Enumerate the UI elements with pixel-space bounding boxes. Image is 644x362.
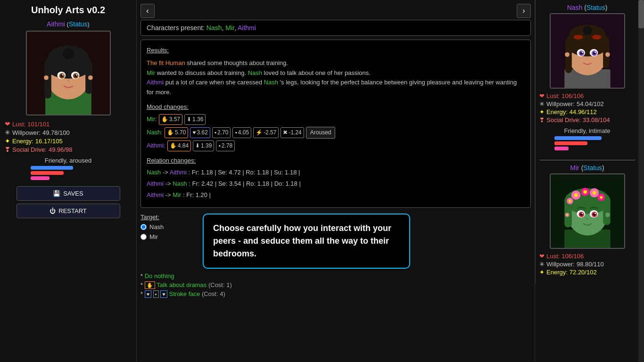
r-nash-lust-icon: ❤: [539, 92, 545, 99]
n-b3-val: 2.70: [217, 128, 228, 137]
svg-point-39: [586, 58, 588, 59]
svg-point-71: [566, 214, 568, 216]
right-nash-name-row: Nash (Status): [567, 4, 608, 11]
result-line-3: Aithmi put a lot of care when she caress…: [147, 78, 525, 98]
svg-point-16: [76, 74, 77, 75]
svg-point-69: [605, 213, 610, 217]
aithmi-badge-2: ⬇ 1.39: [193, 140, 214, 151]
app-title: Unholy Arts v0.2: [31, 5, 105, 16]
a-b1-val: 4.84: [178, 141, 189, 150]
action-asterisk-3: *: [140, 290, 145, 297]
right-mir-name-link[interactable]: Mir: [570, 164, 579, 172]
action-icon-3c: ♥: [160, 290, 167, 298]
nash-badge-1: ✋ 5.70: [165, 127, 188, 138]
svg-point-28: [583, 26, 592, 35]
chars-present-label: Characters present:: [147, 24, 205, 32]
svg-point-8: [63, 48, 74, 59]
stroke-face-link[interactable]: Stroke face: [169, 290, 200, 297]
right-nash-name-link[interactable]: Nash: [567, 4, 583, 11]
n-b2-val: 3.62: [197, 128, 207, 137]
interaction-tooltip: Choose carefully how you interact with y…: [203, 214, 410, 269]
char-mir[interactable]: Mir: [225, 24, 234, 32]
do-nothing-link[interactable]: Do nothing: [145, 272, 174, 280]
r-nash-lust-val: 106/106: [561, 92, 584, 99]
char-nash[interactable]: Nash: [206, 24, 222, 32]
bottom-section: Target: Nash Mir Choose carefully how yo…: [140, 214, 531, 269]
restart-label: RESTART: [58, 207, 86, 214]
svg-point-55: [583, 190, 587, 194]
nav-arrows: ‹ ›: [140, 4, 531, 18]
a-b2-val: 1.39: [201, 141, 212, 150]
char-aithmi[interactable]: Aithmi: [238, 24, 256, 32]
n-b1-icon: ✋: [167, 128, 174, 137]
energy-value: 16.17/105: [35, 138, 63, 145]
r-nash-en-icon: ✦: [539, 108, 545, 115]
mood-changes-title: Mood changes:: [147, 102, 525, 112]
mir-badge-2-val: 1.36: [192, 115, 203, 124]
action-talk-dramas: * ✋ Talk about dramas (Cost: 1): [140, 281, 531, 288]
mir-badge-1-val: 3.57: [169, 115, 180, 124]
prev-arrow[interactable]: ‹: [140, 4, 155, 18]
r-mir-lust-icon: ❤: [539, 253, 545, 260]
aithmi-mood-name: Aithmi:: [147, 141, 165, 151]
target-mir-row[interactable]: Mir: [140, 233, 197, 240]
n-b6-icon: ✖: [283, 128, 288, 137]
r-mir-en-icon: ✦: [539, 269, 545, 276]
r-mir-wp-label: Willpower:: [546, 261, 575, 268]
action-icon-3a: ♥: [145, 290, 152, 298]
saves-icon: 💾: [53, 190, 60, 197]
restart-button[interactable]: ⏻ RESTART: [17, 204, 120, 218]
talk-dramas-link[interactable]: Talk about dramas: [157, 281, 206, 288]
social-icon: ❣: [5, 146, 10, 153]
action-asterisk-2: *: [140, 281, 145, 288]
a-b1-icon: ✋: [170, 141, 177, 150]
r-nash-wp-val: 54.04/102: [577, 100, 604, 107]
a-b3-val: 2.78: [222, 141, 232, 150]
energy-icon: ✦: [5, 137, 10, 145]
svg-point-41: [605, 52, 610, 57]
mir-badge-2-icon: ⬇: [187, 115, 191, 124]
action-asterisk-1: *: [140, 272, 145, 280]
right-mir-status-link[interactable]: Status: [583, 164, 602, 172]
mir-name-r2: Mir: [147, 69, 155, 76]
scrollbar-thumb[interactable]: [638, 0, 644, 28]
right-nash-stats: ❤ Lust: 106/106 ✳ Willpower: 54.04/102 ✦…: [539, 92, 635, 124]
target-nash-radio[interactable]: [140, 224, 147, 230]
nash-badge-4: ▪ 4.05: [232, 127, 251, 138]
saves-button[interactable]: 💾 SAVES: [17, 186, 120, 201]
willpower-icon: ✳: [5, 129, 10, 136]
target-nash-row[interactable]: Nash: [140, 223, 197, 230]
action-do-nothing: * Do nothing: [140, 272, 531, 280]
rel1-values: : Fr: 1.18 | Se: 4.72 | Ro: 1.18 | Su: 1…: [189, 169, 300, 176]
target-mir-radio[interactable]: [140, 234, 147, 240]
saves-label: SAVES: [63, 190, 83, 197]
right-mir-avatar: [550, 173, 625, 249]
next-arrow[interactable]: ›: [517, 4, 531, 18]
scrollbar-track[interactable]: [638, 0, 644, 362]
willpower-value: 49.78/100: [42, 129, 70, 136]
svg-point-66: [594, 213, 596, 214]
relation-row-3: Aithmi -> Mir : Fr: 1.20 |: [147, 190, 525, 200]
svg-point-65: [581, 213, 583, 214]
target-label: Target:: [140, 214, 197, 221]
lust-value: 101/101: [27, 121, 50, 128]
n-b1-val: 5.70: [175, 128, 186, 137]
aithmi-badge-3: ▪ 2.78: [216, 140, 235, 151]
r-nash-sd-val: 33.08/104: [583, 116, 610, 123]
bar-red: [31, 171, 64, 175]
svg-point-15: [62, 74, 63, 75]
svg-rect-25: [565, 41, 572, 73]
n-b5-val: -2.57: [264, 128, 276, 137]
right-mir-stats: ❤ Lust: 106/106 ✳ Willpower: 98.80/110 ✦…: [539, 253, 635, 277]
mir-badge-1: ✋ 3.57: [159, 114, 182, 125]
aithmi-name-r3: Aithmi: [147, 79, 164, 86]
left-char-status-link[interactable]: Status: [69, 20, 88, 28]
left-char-name-link[interactable]: Aithmi: [47, 20, 65, 28]
main-content: ‹ › Characters present: Nash, Mir, Aithm…: [137, 0, 535, 362]
right-nash-status-link[interactable]: Status: [586, 4, 605, 11]
svg-point-57: [600, 196, 603, 199]
divider: [539, 159, 635, 160]
relation-changes-title: Relation changes:: [147, 156, 525, 166]
right-sidebar-wrapper: Nash (Status): [535, 0, 644, 362]
nash-name-r2: Nash: [248, 69, 262, 76]
